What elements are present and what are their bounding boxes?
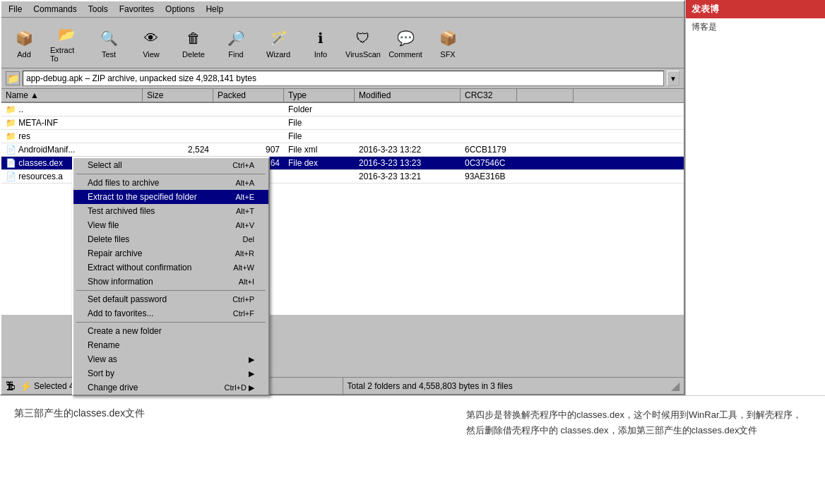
status-right-text: Total 2 folders and 4,558,803 bytes in 3… [348, 381, 513, 391]
ctx-shortcut: Alt+W [233, 263, 254, 272]
col-header-name[interactable]: Name ▲ [1, 89, 143, 102]
file-cell-packed [213, 116, 284, 129]
ctx-item-test-archived-files[interactable]: Test archived files Alt+T [73, 204, 268, 218]
col-header-type[interactable]: Type [284, 89, 355, 102]
file-cell-extra [517, 116, 574, 129]
ctx-item-view-as[interactable]: View as ▶ [73, 352, 268, 366]
col-header-packed[interactable]: Packed [213, 89, 284, 102]
ctx-item-extract-without-confirmation[interactable]: Extract without confirmation Alt+W [73, 260, 268, 275]
address-bar: 📁 ▼ [1, 68, 684, 89]
file-cell-size [143, 116, 213, 129]
ctx-item-change-drive[interactable]: Change drive Ctrl+D ▶ [73, 380, 268, 395]
ctx-shortcut: Alt+I [239, 277, 254, 286]
file-cell-type: File xml [284, 143, 355, 156]
ctx-item-view-file[interactable]: View file Alt+V [73, 218, 268, 232]
ctx-item-label: Create a new folder [88, 326, 162, 336]
file-cell-extra [517, 103, 574, 116]
col-header-crc32[interactable]: CRC32 [461, 89, 517, 102]
menu-commands[interactable]: Commands [29, 3, 81, 16]
ctx-item-sort-by[interactable]: Sort by ▶ [73, 366, 268, 380]
ctx-item-label: Sort by [88, 368, 114, 378]
ctx-item-set-default-password[interactable]: Set default password Ctrl+P [73, 292, 268, 306]
ctx-item-delete-files[interactable]: Delete files Del [73, 232, 268, 246]
toolbar-comment[interactable]: 💬 Comment [387, 25, 424, 61]
file-cell-type: Folder [284, 103, 355, 116]
file-cell-packed: 907 [213, 143, 284, 156]
ctx-item-select-all[interactable]: Select all Ctrl+A [73, 158, 268, 172]
add-label: Add [17, 50, 31, 59]
ctx-item-extract-to-the-specified-folder[interactable]: Extract to the specified folder Alt+E [73, 190, 268, 204]
file-cell-name: 📁 META-INF [1, 116, 143, 129]
bottom-panel: 第三部产生的classes.dex文件 第四步是替换解壳程序中的classes.… [0, 395, 825, 504]
file-cell-extra [517, 157, 574, 169]
file-row[interactable]: 📁 .. Folder [1, 103, 684, 116]
file-row[interactable]: 📁 META-INF File [1, 116, 684, 130]
menu-help[interactable]: Help [201, 3, 227, 16]
toolbar-info[interactable]: ℹ Info [302, 25, 339, 61]
file-cell-crc32 [461, 130, 517, 143]
find-label: Find [228, 50, 243, 59]
toolbar-sfx[interactable]: 📦 SFX [429, 25, 466, 61]
file-cell-modified: 2016-3-23 13:22 [355, 143, 461, 156]
toolbar-wizard[interactable]: 🪄 Wizard [260, 25, 297, 61]
file-cell-name: 📁 .. [1, 103, 143, 116]
address-dropdown[interactable]: ▼ [667, 71, 679, 86]
menu-file[interactable]: File [4, 3, 26, 16]
comment-icon: 💬 [394, 27, 417, 49]
ctx-item-rename[interactable]: Rename [73, 338, 268, 352]
file-cell-extra [517, 170, 574, 183]
file-cell-name: 📁 res [1, 130, 143, 143]
file-cell-packed [213, 130, 284, 143]
file-row[interactable]: 📁 res File [1, 130, 684, 143]
file-cell-type [284, 170, 355, 183]
ctx-shortcut: Ctrl+A [232, 161, 254, 169]
ctx-shortcut: Alt+V [235, 221, 254, 229]
bottom-left-text: 第三部产生的classes.dex文件 [14, 407, 466, 438]
toolbar-view[interactable]: 👁 View [133, 25, 170, 61]
menu-options[interactable]: Options [161, 3, 198, 16]
ctx-shortcut: Alt+T [236, 207, 254, 215]
menu-tools[interactable]: Tools [84, 3, 112, 16]
file-row[interactable]: 📄 AndroidManif... 2,524 907 File xml 201… [1, 143, 684, 157]
toolbar: 📦 Add 📂 Extract To 🔍 Test 👁 View 🗑 Delet… [1, 18, 684, 68]
ctx-item-label: Show information [88, 277, 153, 287]
file-cell-modified: 2016-3-23 13:23 [355, 157, 461, 169]
ctx-shortcut: Alt+E [235, 193, 254, 201]
status-right: Total 2 folders and 4,558,803 bytes in 3… [343, 378, 684, 394]
ctx-item-add-files-to-archive[interactable]: Add files to archive Alt+A [73, 176, 268, 190]
toolbar-delete[interactable]: 🗑 Delete [175, 25, 212, 61]
ctx-shortcut: ▶ [249, 355, 254, 364]
ctx-item-label: Extract to the specified folder [88, 192, 197, 202]
toolbar-test[interactable]: 🔍 Test [90, 25, 127, 61]
ctx-separator [76, 322, 266, 323]
ctx-item-create-a-new-folder[interactable]: Create a new folder [73, 324, 268, 338]
test-label: Test [102, 50, 116, 59]
address-input[interactable] [23, 71, 664, 86]
ctx-item-show-information[interactable]: Show information Alt+I [73, 275, 268, 289]
col-header-size[interactable]: Size [143, 89, 213, 102]
ctx-item-add-to-favorites...[interactable]: Add to favorites... Ctrl+F [73, 306, 268, 320]
file-cell-modified [355, 130, 461, 143]
col-header-modified[interactable]: Modified [355, 89, 461, 102]
status-archive-icon: 🗜 [6, 380, 17, 392]
toolbar-virusscan[interactable]: 🛡 VirusScan [345, 25, 381, 61]
ctx-item-label: Select all [88, 160, 122, 170]
file-cell-packed [213, 103, 284, 116]
file-cell-modified [355, 116, 461, 129]
col-header-extra [517, 89, 574, 102]
ctx-item-repair-archive[interactable]: Repair archive Alt+R [73, 246, 268, 260]
ctx-separator [76, 290, 266, 291]
virusscan-label: VirusScan [345, 50, 381, 59]
add-icon: 📦 [13, 27, 35, 49]
toolbar-extract[interactable]: 📂 Extract To [48, 20, 85, 65]
wizard-label: Wizard [266, 50, 290, 59]
ctx-item-label: Test archived files [88, 206, 155, 216]
sfx-icon: 📦 [437, 27, 459, 49]
toolbar-find[interactable]: 🔎 Find [218, 25, 254, 61]
toolbar-add[interactable]: 📦 Add [6, 25, 42, 61]
delete-label: Delete [182, 50, 205, 59]
menu-bar: File Commands Tools Favorites Options He… [1, 1, 684, 18]
menu-favorites[interactable]: Favorites [115, 3, 158, 16]
address-bar-icon: 📁 [6, 71, 20, 85]
file-cell-type: File [284, 116, 355, 129]
